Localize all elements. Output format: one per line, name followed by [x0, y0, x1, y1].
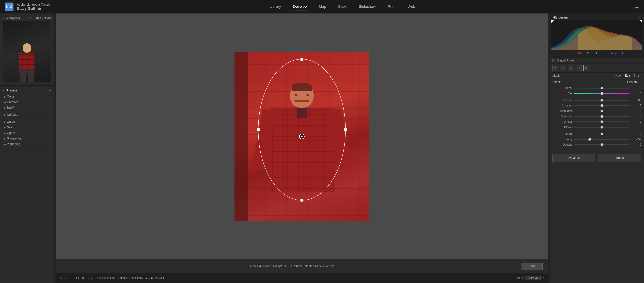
- presets-collapse-icon[interactable]: ▼: [3, 89, 5, 92]
- always-dropdown-arrow[interactable]: ▼: [284, 264, 287, 268]
- mask-tool-radial-icon[interactable]: ◎: [583, 65, 590, 71]
- navigator-thumbnail: [3, 22, 50, 82]
- nav-map[interactable]: Map: [316, 3, 329, 10]
- mask-tool-gradient-icon[interactable]: ⊡: [552, 65, 558, 71]
- slider-texture-track[interactable]: [574, 134, 630, 134]
- slider-exposure-track[interactable]: [574, 100, 630, 100]
- slider-shadows-thumb[interactable]: [600, 115, 603, 118]
- slider-highlights-thumb[interactable]: [600, 110, 603, 112]
- slider-highlights-track[interactable]: [574, 111, 630, 111]
- effect-row: Effect : Custom ▼: [550, 79, 644, 86]
- slider-temp-thumb[interactable]: [600, 87, 603, 90]
- always-value[interactable]: Always: [272, 264, 282, 268]
- grid-icon[interactable]: ⊞: [70, 276, 73, 280]
- photo-info: 1 photo / 1 selected / _MG_8246-2.jpg: [118, 276, 164, 280]
- app-logo: LrC: [5, 2, 14, 11]
- navigator-collapse-icon[interactable]: ▼: [3, 17, 5, 20]
- done-button[interactable]: Done: [522, 262, 542, 270]
- preset-vignetting-label: Vignetting: [7, 142, 20, 146]
- original-photo-checkbox[interactable]: [552, 59, 555, 62]
- zoom-100-button[interactable]: 100%: [36, 17, 42, 20]
- right-panel: Histogram ▼: [550, 14, 644, 283]
- prev-arrow-icon[interactable]: ◀: [88, 277, 89, 279]
- slider-tint-thumb[interactable]: [600, 92, 603, 95]
- left-resize-handle[interactable]: [54, 14, 56, 283]
- slider-clarity-track[interactable]: [574, 139, 630, 140]
- mask-tool-fill-circle-icon[interactable]: ●: [568, 65, 574, 71]
- slider-contrast-track[interactable]: [574, 105, 630, 106]
- nav-web[interactable]: Web: [405, 3, 418, 10]
- slider-contrast-thumb[interactable]: [600, 104, 603, 107]
- left-pillar: [234, 52, 248, 221]
- preset-item-curve[interactable]: ▶ Curve: [0, 119, 54, 125]
- center-pin[interactable]: [299, 134, 304, 139]
- presets-add-button[interactable]: +: [49, 88, 51, 92]
- slider-temp-track[interactable]: [574, 88, 630, 88]
- histogram-section: Histogram ▼: [550, 14, 644, 58]
- cloud-icon[interactable]: ☁: [634, 4, 639, 10]
- slider-temp-value: 0: [631, 86, 641, 90]
- slider-clarity-label: Clarity: [552, 138, 572, 141]
- slider-dehaze-thumb[interactable]: [600, 143, 603, 146]
- mask-tool-rect-icon[interactable]: □: [576, 65, 582, 71]
- slider-dehaze-track[interactable]: [574, 144, 630, 145]
- slider-whites-thumb[interactable]: [600, 120, 603, 123]
- preset-creative-arrow: ▶: [4, 101, 6, 104]
- mask-new-button[interactable]: New: [615, 74, 622, 78]
- preset-item-grain[interactable]: ▶ Grain: [0, 125, 54, 130]
- mask-edit-active: Edit: [625, 74, 630, 78]
- preset-item-bw[interactable]: ▶ B&W: [0, 105, 54, 110]
- preset-item-color[interactable]: ▶ Color: [0, 94, 54, 100]
- hist-clipping-right[interactable]: [640, 20, 642, 23]
- slider-blacks-track[interactable]: [574, 127, 630, 128]
- slider-dehaze: Dehaze 0: [550, 142, 644, 148]
- next-arrow-icon[interactable]: ▶: [91, 277, 92, 279]
- nav-print[interactable]: Print: [385, 3, 398, 10]
- preset-optics-arrow: ▶: [4, 132, 6, 134]
- b-label: B: [604, 52, 606, 55]
- slider-blacks-thumb[interactable]: [600, 126, 603, 128]
- mask-tool-circle-icon[interactable]: ○: [560, 65, 566, 71]
- person-eye-right: [306, 94, 310, 96]
- mask-actions: New Edit Brush: [615, 74, 641, 78]
- slider-texture-thumb[interactable]: [600, 132, 603, 135]
- show-mask-label[interactable]: Show Selected Mask Overlay: [294, 264, 334, 268]
- filter-value[interactable]: Filters Off: [524, 276, 540, 280]
- effect-dropdown-arrow[interactable]: ▼: [639, 81, 641, 84]
- slider-whites-track[interactable]: [574, 122, 630, 122]
- original-photo-row: Original Photo: [550, 58, 644, 64]
- slider-exposure-thumb[interactable]: [600, 99, 603, 102]
- slider-contrast-label: Contrast: [552, 104, 572, 107]
- reset-button[interactable]: Reset: [598, 154, 641, 162]
- show-mask-overlay: ✓ Show Selected Mask Overlay: [290, 264, 334, 268]
- effect-dropdown[interactable]: Custom: [627, 80, 638, 84]
- preset-color-label: Color: [7, 95, 14, 98]
- preset-optics-label: Optics: [7, 131, 16, 135]
- nav-library[interactable]: Library: [267, 3, 284, 10]
- preset-item-optics[interactable]: ▶ Optics: [0, 130, 54, 136]
- preset-item-vignetting[interactable]: ▶ Vignetting: [0, 141, 54, 147]
- nav-develop[interactable]: Develop: [290, 3, 310, 10]
- slider-shadows-track[interactable]: [574, 116, 630, 117]
- spray-icon[interactable]: ✎: [59, 276, 62, 280]
- slider-clarity-thumb[interactable]: [588, 138, 591, 141]
- right-resize-handle[interactable]: [548, 14, 550, 283]
- zoom-300-button[interactable]: 300%: [44, 17, 51, 20]
- previous-button[interactable]: Previous: [552, 154, 595, 162]
- slider-texture-label: Texture: [552, 132, 572, 136]
- compare2-icon[interactable]: ⊠: [82, 276, 84, 280]
- filter-dropdown-icon[interactable]: ▼: [542, 277, 544, 279]
- hist-clipping-left[interactable]: [551, 20, 554, 23]
- nav-slideshow[interactable]: Slideshow: [356, 3, 378, 10]
- compare1-icon[interactable]: ⊟: [76, 276, 79, 280]
- slider-tint-track[interactable]: [574, 93, 630, 94]
- slider-tint-value: 0: [631, 92, 641, 95]
- histogram-collapse-icon[interactable]: ▼: [639, 16, 641, 19]
- nav-book[interactable]: Book: [336, 3, 349, 10]
- preset-item-creative[interactable]: ▶ Creative: [0, 100, 54, 105]
- preset-item-defaults[interactable]: ▶ Defaults: [0, 112, 54, 118]
- crop-icon[interactable]: ⊡: [65, 276, 68, 280]
- preset-item-sharpening[interactable]: ▶ Sharpening: [0, 136, 54, 141]
- fit-button[interactable]: FIT: [28, 17, 32, 20]
- mask-brush-button[interactable]: Brush: [634, 74, 641, 78]
